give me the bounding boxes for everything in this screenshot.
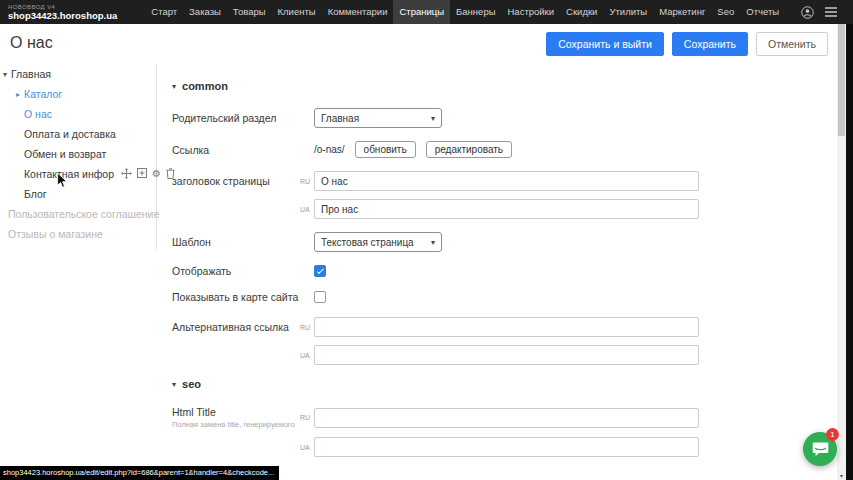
field-template: Шаблон Текстовая страница ▾: [172, 232, 837, 252]
sidebar-item-home[interactable]: ▾ Главная: [0, 64, 156, 84]
field-show-in-sitemap: Показывать в карте сайта: [172, 291, 837, 303]
html-title-ua-input[interactable]: [314, 437, 699, 457]
section-seo-header[interactable]: ▾ seo: [172, 378, 837, 390]
lang-tag-ua: UA: [300, 206, 311, 213]
lang-tag-ua: UA: [300, 352, 311, 359]
sidebar-item-label: Оплата и доставка: [24, 128, 116, 140]
display-checkbox[interactable]: [314, 265, 326, 277]
sitemap-checkbox[interactable]: [314, 291, 326, 303]
menu-item-orders[interactable]: Заказы: [183, 0, 227, 24]
edit-form: ▾ common Родительский раздел Главная ▾ С…: [158, 62, 837, 480]
sidebar-item-label: Главная: [11, 68, 51, 80]
cancel-button[interactable]: Отменить: [756, 32, 828, 56]
edit-link-button[interactable]: редактировать: [426, 141, 512, 158]
chat-bubble-icon: [812, 441, 829, 457]
sidebar-item-label: Пользовательское соглашение: [8, 208, 159, 220]
menu-item-utilities[interactable]: Утилиты: [603, 0, 653, 24]
menu-item-marketing[interactable]: Маркетинг: [653, 0, 711, 24]
field-alt-link-ru: Альтернативная ссылка RU: [172, 317, 837, 337]
sidebar-item-label: Блог: [24, 188, 47, 200]
chevron-down-icon: ▾: [431, 114, 435, 123]
lang-tag-ru: RU: [300, 178, 311, 185]
store-version-label: НОВОВВОД V4: [8, 4, 117, 10]
menu-item-clients[interactable]: Клиенты: [272, 0, 322, 24]
field-label: Html Title: [172, 406, 300, 418]
alt-link-ru-input[interactable]: [314, 317, 699, 337]
menu-item-seo[interactable]: Seo: [711, 0, 740, 24]
field-label: заголовок страницы: [172, 175, 300, 187]
menu-item-pages[interactable]: Страницы: [393, 0, 450, 24]
section-common-header[interactable]: ▾ common: [172, 80, 837, 92]
screen-right-border: [846, 24, 853, 480]
sidebar-item-label: Обмен и возврат: [24, 148, 106, 160]
parent-section-select[interactable]: Главная ▾: [314, 108, 442, 128]
checkmark-icon: [316, 266, 323, 273]
page-title-ru-input[interactable]: [314, 171, 699, 191]
chevron-down-icon: ▾: [431, 238, 435, 247]
page-title: О нас: [10, 34, 53, 52]
page-title-ua-input[interactable]: [314, 199, 699, 219]
field-html-title-ru: Html Title Полная замена title, генериру…: [172, 406, 837, 429]
sidebar-item-user-agreement[interactable]: Пользовательское соглашение: [0, 204, 156, 224]
menu-item-settings[interactable]: Настройки: [502, 0, 561, 24]
sidebar-item-exchange-return[interactable]: Обмен и возврат: [0, 144, 156, 164]
store-logo[interactable]: НОВОВВОД V4 shop34423.horoshop.ua: [0, 4, 127, 21]
add-subpage-icon[interactable]: [137, 168, 147, 180]
page-header: О нас Сохранить и выйти Сохранить Отмени…: [0, 24, 838, 64]
menu-item-banners[interactable]: Баннеры: [450, 0, 501, 24]
sidebar-item-label: О нас: [24, 108, 52, 120]
menu-item-products[interactable]: Товары: [227, 0, 272, 24]
status-url-bar: shop34423.horoshop.ua/edit/edit.php?id=6…: [0, 466, 279, 480]
sidebar-item-about[interactable]: О нас: [0, 104, 156, 124]
chat-unread-badge: 1: [826, 428, 839, 441]
header-buttons: Сохранить и выйти Сохранить Отменить: [546, 32, 828, 56]
caret-right-icon: ▸: [16, 90, 20, 99]
caret-down-icon: ▾: [172, 380, 176, 389]
select-value: Главная: [321, 113, 359, 124]
field-link: Ссылка /o-nas/ обновить редактировать: [172, 141, 837, 158]
select-value: Текстовая страница: [321, 237, 414, 248]
status-url: shop34423.horoshop.ua/edit/edit.php?id=6…: [3, 468, 274, 477]
sidebar-item-label: Отзывы о магазине: [8, 228, 103, 240]
field-label: Родительский раздел: [172, 112, 300, 124]
refresh-link-button[interactable]: обновить: [355, 141, 416, 158]
link-value: /o-nas/: [314, 144, 345, 155]
field-page-title-ua: UA: [172, 199, 837, 219]
caret-down-icon: ▾: [172, 82, 176, 91]
sidebar-item-catalog[interactable]: ▸ Каталог: [0, 84, 156, 104]
scroll-down-icon[interactable]: ▾: [837, 472, 846, 479]
html-title-ru-input[interactable]: [314, 408, 699, 428]
move-icon[interactable]: [121, 168, 132, 181]
sidebar-item-payment-delivery[interactable]: Оплата и доставка: [0, 124, 156, 144]
main-menu: Старт Заказы Товары Клиенты Комментарии …: [145, 0, 785, 24]
caret-down-icon: ▾: [3, 70, 7, 79]
save-button[interactable]: Сохранить: [672, 32, 748, 56]
scrollbar[interactable]: ▾: [837, 24, 846, 480]
template-select[interactable]: Текстовая страница ▾: [314, 232, 442, 252]
user-account-icon[interactable]: [801, 6, 814, 19]
field-page-title-ru: заголовок страницы RU: [172, 171, 837, 191]
sidebar-item-contact-info[interactable]: Контактная инфор ⚙: [0, 164, 156, 184]
field-parent-section: Родительский раздел Главная ▾: [172, 108, 837, 128]
hamburger-menu-icon[interactable]: [825, 7, 837, 17]
sidebar-item-label: Контактная инфор: [24, 168, 114, 180]
menu-item-comments[interactable]: Комментарии: [322, 0, 394, 24]
menu-item-discounts[interactable]: Скидки: [560, 0, 603, 24]
pages-tree-sidebar: ▾ Главная ▸ Каталог О нас Оплата и доста…: [0, 64, 157, 250]
field-label: Ссылка: [172, 144, 300, 156]
save-and-exit-button[interactable]: Сохранить и выйти: [546, 32, 664, 56]
topbar-right: [801, 6, 853, 19]
field-label: Шаблон: [172, 236, 300, 248]
section-title: common: [182, 80, 228, 92]
lang-tag-ru: RU: [300, 324, 311, 331]
menu-item-reports[interactable]: Отчеты: [740, 0, 785, 24]
scrollbar-thumb[interactable]: [838, 24, 845, 136]
field-html-title-ua: UA: [172, 437, 837, 457]
field-display: Отображать: [172, 265, 837, 277]
alt-link-ua-input[interactable]: [314, 345, 699, 365]
chat-launcher-button[interactable]: 1: [803, 432, 837, 466]
sidebar-item-label: Каталог: [24, 88, 62, 100]
sidebar-item-store-reviews[interactable]: Отзывы о магазине: [0, 224, 156, 244]
menu-item-start[interactable]: Старт: [145, 0, 183, 24]
sidebar-item-blog[interactable]: Блог: [0, 184, 156, 204]
